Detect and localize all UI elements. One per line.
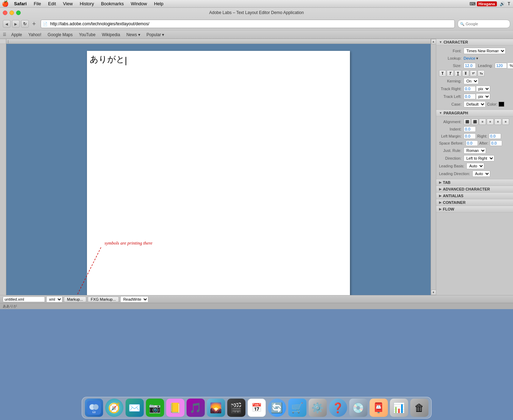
tab-section[interactable]: ▶ TAB <box>436 179 513 186</box>
dock-keynote[interactable]: 📊 <box>390 399 408 417</box>
track-left-row: Track Left: pix <box>436 93 513 100</box>
dock-diskutility[interactable]: 💿 <box>349 399 367 417</box>
menu-bookmarks[interactable]: Bookmarks <box>97 0 127 8</box>
bookmark-googlemaps[interactable]: Google Maps <box>45 32 75 38</box>
dock-addressbook[interactable]: 📒 <box>166 399 184 417</box>
bookmark-wikipedia[interactable]: Wikipedia <box>99 32 123 38</box>
italic-btn[interactable]: T <box>447 70 454 76</box>
right-margin-input[interactable] <box>489 133 501 139</box>
dock-calendar[interactable]: 📅 <box>248 399 266 417</box>
lookup-dropdown-arrow[interactable]: ▾ <box>476 56 478 61</box>
dock-facetime[interactable]: 📷 <box>146 399 164 417</box>
left-margin-input[interactable] <box>464 133 476 139</box>
bottom-bar: xml Markup... FXG Markup... ReadWrite <box>0 295 513 303</box>
align-start-btn[interactable]: ⬛ <box>464 119 471 125</box>
menu-view[interactable]: View <box>60 0 76 8</box>
superscript-btn[interactable]: T² <box>470 70 477 76</box>
after-input[interactable] <box>490 140 502 146</box>
fxg-markup-button[interactable]: FXG Markup... <box>88 296 119 302</box>
forward-button[interactable]: ▶ <box>12 20 20 28</box>
dock-mail2[interactable]: 📮 <box>370 399 388 417</box>
menu-file[interactable]: File <box>30 0 45 8</box>
dock-iphoto[interactable]: 🌄 <box>207 399 225 417</box>
file-type-select[interactable]: xml <box>46 296 62 302</box>
strikethrough-btn[interactable]: T <box>462 70 469 76</box>
right-scrollbar[interactable]: ▲ ▼ <box>431 39 436 295</box>
maximize-button[interactable] <box>16 11 21 15</box>
reload-button[interactable]: ↻ <box>21 20 29 28</box>
paragraph-header[interactable]: ▼ PARAGRAPH <box>436 110 513 116</box>
dock-systemprefs[interactable]: ⚙️ <box>309 399 327 417</box>
dock-trash[interactable]: 🗑 <box>410 399 428 417</box>
dock-mail[interactable]: ✉️ <box>126 399 144 417</box>
leading-unit-select[interactable]: % <box>507 62 513 69</box>
case-select[interactable]: Default <box>464 101 486 107</box>
scroll-up-btn[interactable]: ▲ <box>431 39 436 44</box>
align-justify2-btn[interactable]: ≡ <box>494 119 501 125</box>
underline-btn[interactable]: T <box>454 70 461 76</box>
flow-section[interactable]: ▶ FLOW <box>436 206 513 213</box>
size-input[interactable] <box>464 63 476 68</box>
bookmark-youtube[interactable]: YouTube <box>76 32 98 38</box>
search-input[interactable] <box>466 22 501 26</box>
leading-direction-select[interactable]: Auto <box>472 171 490 177</box>
text-page[interactable]: ありがと <box>87 51 350 295</box>
align-end-btn[interactable]: ⬛ <box>471 119 478 125</box>
container-section[interactable]: ▶ CONTAINER <box>436 199 513 206</box>
bookmarks-icon[interactable]: ☰ <box>3 32 6 37</box>
scroll-down-btn[interactable]: ▼ <box>431 290 436 295</box>
bookmark-popular[interactable]: Popular ▾ <box>144 32 167 38</box>
character-header[interactable]: ▼ CHARACTER <box>436 39 513 46</box>
dock-safari[interactable]: 🧭 <box>105 399 123 417</box>
lookup-value[interactable]: Device <box>464 56 475 60</box>
bookmark-yahoo[interactable]: Yahoo! <box>26 32 44 38</box>
space-before-input[interactable] <box>466 140 478 146</box>
dock-imovie[interactable]: 🎬 <box>227 399 245 417</box>
menu-safari[interactable]: Safari <box>11 0 30 8</box>
leading-input[interactable] <box>495 63 507 68</box>
align-justify3-btn[interactable]: ≡ <box>502 119 509 125</box>
close-button[interactable] <box>3 11 7 15</box>
mode-select[interactable]: ReadWrite <box>120 296 148 302</box>
advanced-character-section[interactable]: ▶ ADVANCED CHARACTER <box>436 186 513 193</box>
canvas-area[interactable]: | ありがと symbols are printing there <box>6 39 431 295</box>
align-justify-btn[interactable]: ≡ <box>487 119 494 125</box>
apple-menu[interactable]: 🍎 <box>0 0 11 7</box>
align-center-btn[interactable]: ≡ <box>479 119 486 125</box>
leading-basis-select[interactable]: Auto <box>466 163 484 169</box>
track-left-input[interactable] <box>464 94 476 99</box>
back-button[interactable]: ◀ <box>3 20 11 28</box>
direction-select[interactable]: Left to Right <box>464 155 494 161</box>
bookmark-news[interactable]: News ▾ <box>123 32 143 38</box>
bold-btn[interactable]: T <box>439 70 446 76</box>
track-right-input[interactable] <box>464 86 476 92</box>
dock-wrap: 🗂 🧭 ✉️ 📷 📒 🎵 🌄 <box>0 392 513 420</box>
dock-appstore[interactable]: 🛒 <box>288 399 306 417</box>
menu-history[interactable]: History <box>76 0 97 8</box>
just-rule-select[interactable]: Roman <box>464 147 486 154</box>
add-tab-button[interactable]: + <box>30 20 38 28</box>
dock-sync[interactable]: 🔄 <box>268 399 286 417</box>
font-select[interactable]: Times New Roman <box>464 48 506 54</box>
menu-help[interactable]: Help <box>150 0 167 8</box>
dock-itunes[interactable]: 🎵 <box>187 399 205 417</box>
menu-edit[interactable]: Edit <box>45 0 59 8</box>
dock-finder[interactable]: 🗂 <box>85 399 103 417</box>
volume-icon[interactable]: 🔊 <box>500 1 505 6</box>
bookmark-apple[interactable]: Apple <box>8 32 25 38</box>
indent-input[interactable] <box>464 126 476 132</box>
dock-help[interactable]: ❓ <box>329 399 347 417</box>
url-input[interactable] <box>41 20 455 28</box>
antialias-section[interactable]: ▶ ANTIALIAS <box>436 193 513 199</box>
text-area[interactable]: ありがと <box>87 51 350 68</box>
subscript-btn[interactable]: T₂ <box>478 70 485 76</box>
color-swatch[interactable] <box>499 102 504 107</box>
track-left-unit-select[interactable]: pix <box>476 93 490 100</box>
menu-window[interactable]: Window <box>127 0 150 8</box>
track-right-unit-select[interactable]: pix <box>476 86 490 92</box>
minimize-button[interactable] <box>9 11 14 15</box>
markup-button[interactable]: Markup... <box>64 296 86 302</box>
hiragana-indicator[interactable]: ⌨ Hiragana <box>470 1 497 6</box>
kerning-select[interactable]: On Off <box>464 78 479 84</box>
file-name-input[interactable] <box>3 296 45 302</box>
